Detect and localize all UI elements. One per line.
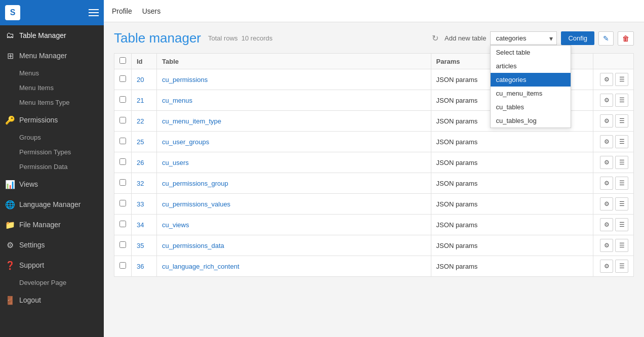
row-settings-button[interactable]: ⚙ (600, 94, 613, 107)
row-settings-button[interactable]: ⚙ (600, 218, 613, 231)
table-link[interactable]: cu_permissions_group (162, 180, 228, 187)
table-link[interactable]: cu_views (162, 221, 189, 229)
row-checkbox-cell (114, 90, 132, 111)
config-button[interactable]: Config (561, 31, 594, 45)
permissions-label: Permissions (19, 116, 58, 124)
row-list-button[interactable]: ☰ (615, 177, 628, 190)
refresh-button[interactable]: ↻ (430, 31, 440, 45)
row-actions: ⚙ ☰ (598, 73, 628, 86)
row-actions-cell: ⚙ ☰ (593, 111, 634, 132)
row-settings-button[interactable]: ⚙ (600, 239, 613, 252)
dropdown-option-articles[interactable]: articles (491, 59, 571, 73)
row-actions-cell: ⚙ ☰ (593, 132, 634, 152)
total-rows: Total rows 10 records (208, 34, 272, 42)
row-list-button[interactable]: ☰ (615, 239, 628, 252)
table-link[interactable]: cu_language_rich_content (162, 263, 239, 270)
row-actions-cell: ⚙ ☰ (593, 235, 634, 256)
dropdown-option-cu-menu-items[interactable]: cu_menu_items (491, 87, 571, 100)
row-list-button[interactable]: ☰ (615, 94, 628, 107)
table-row: 26 cu_users JSON params ⚙ ☰ (114, 152, 634, 173)
row-settings-button[interactable]: ⚙ (600, 260, 613, 273)
sidebar-item-permissions[interactable]: 🔑 Permissions (0, 110, 104, 130)
row-checkbox[interactable] (119, 221, 126, 227)
sidebar-sub-menus[interactable]: Menus (0, 66, 104, 80)
row-list-button[interactable]: ☰ (615, 114, 628, 128)
nav-profile[interactable]: Profile (112, 5, 132, 17)
dropdown-option-categories[interactable]: categories (491, 73, 571, 87)
dropdown-option-cu-tables[interactable]: cu_tables (491, 100, 571, 114)
table-link[interactable]: cu_users (162, 159, 189, 166)
row-params: JSON params (431, 235, 593, 256)
support-label: Support (19, 261, 44, 269)
table-link[interactable]: cu_permissions_data (162, 242, 224, 249)
row-checkbox[interactable] (119, 262, 126, 269)
sidebar-item-views[interactable]: 📊 Views (0, 174, 104, 194)
row-checkbox[interactable] (119, 138, 126, 144)
row-settings-button[interactable]: ⚙ (600, 114, 613, 128)
row-checkbox[interactable] (119, 200, 126, 206)
row-checkbox[interactable] (119, 179, 126, 186)
views-icon: 📊 (5, 179, 15, 189)
sidebar-item-settings[interactable]: ⚙ Settings (0, 235, 104, 255)
row-settings-button[interactable]: ⚙ (600, 135, 613, 148)
table-link[interactable]: cu_menus (162, 97, 192, 104)
language-manager-icon: 🌐 (5, 199, 15, 209)
row-list-button[interactable]: ☰ (615, 156, 628, 169)
select-table-dropdown[interactable]: Select table articles categories cu_menu… (490, 31, 557, 45)
select-all-checkbox[interactable] (119, 57, 126, 64)
row-settings-button[interactable]: ⚙ (600, 177, 613, 190)
table-link[interactable]: cu_permissions (162, 76, 208, 83)
sidebar-sub-developer-page[interactable]: Developer Page (0, 275, 104, 290)
row-settings-button[interactable]: ⚙ (600, 73, 613, 86)
dropdown-option-select-table[interactable]: Select table (491, 46, 571, 59)
row-list-button[interactable]: ☰ (615, 73, 628, 86)
delete-button[interactable]: 🗑 (618, 31, 634, 46)
nav-users[interactable]: Users (142, 5, 161, 17)
row-settings-button[interactable]: ⚙ (600, 197, 613, 210)
row-list-button[interactable]: ☰ (615, 135, 628, 148)
row-list-button[interactable]: ☰ (615, 218, 628, 231)
sidebar-sub-menu-items[interactable]: Menu Items (0, 80, 104, 95)
th-id: Id (132, 54, 157, 69)
th-table: Table (157, 54, 431, 69)
file-manager-icon: 📁 (5, 220, 15, 230)
edit-button[interactable]: ✎ (598, 31, 614, 46)
row-checkbox[interactable] (119, 117, 126, 123)
row-checkbox[interactable] (119, 241, 126, 248)
row-checkbox-cell (114, 173, 132, 194)
row-checkbox-cell (114, 111, 132, 132)
hamburger-icon[interactable] (89, 9, 99, 16)
row-actions-cell: ⚙ ☰ (593, 256, 634, 277)
add-new-label: Add new table (445, 34, 486, 42)
sidebar-item-menu-manager[interactable]: ⊞ Menu Manager (0, 46, 104, 66)
sidebar-sub-permission-data[interactable]: Permission Data (0, 159, 104, 174)
dropdown-option-cu-tables-log[interactable]: cu_tables_log (491, 114, 571, 128)
table-row: 34 cu_views JSON params ⚙ ☰ (114, 215, 634, 235)
table-link[interactable]: cu_permissions_values (162, 200, 230, 208)
row-actions-cell: ⚙ ☰ (593, 152, 634, 173)
row-checkbox[interactable] (119, 158, 126, 165)
sidebar-item-table-manager[interactable]: 🗂 Table Manager (0, 25, 104, 46)
table-link[interactable]: cu_menu_item_type (162, 117, 221, 125)
row-settings-button[interactable]: ⚙ (600, 156, 613, 169)
table-link[interactable]: cu_user_groups (162, 138, 209, 146)
sidebar-item-support[interactable]: ❓ Support (0, 255, 104, 275)
menu-manager-icon: ⊞ (5, 51, 15, 61)
sidebar-sub-groups[interactable]: Groups (0, 130, 104, 145)
content-area: Table manager Total rows 10 records ↻ Ad… (104, 22, 644, 337)
sidebar-sub-menu-items-type[interactable]: Menu Items Type (0, 95, 104, 110)
row-actions-cell: ⚙ ☰ (593, 194, 634, 215)
select-table-wrapper: Select table articles categories cu_menu… (490, 31, 557, 45)
row-list-button[interactable]: ☰ (615, 260, 628, 273)
sidebar-item-language-manager[interactable]: 🌐 Language Manager (0, 194, 104, 215)
row-checkbox[interactable] (119, 96, 126, 103)
row-list-button[interactable]: ☰ (615, 197, 628, 210)
table-manager-icon: 🗂 (5, 30, 15, 40)
sidebar-sub-permission-types[interactable]: Permission Types (0, 145, 104, 159)
row-actions-cell: ⚙ ☰ (593, 90, 634, 111)
row-table: cu_permissions_values (157, 194, 431, 215)
row-actions: ⚙ ☰ (598, 177, 628, 190)
row-checkbox[interactable] (119, 75, 126, 82)
sidebar-item-logout[interactable]: 🚪 Logout (0, 290, 104, 310)
sidebar-item-file-manager[interactable]: 📁 File Manager (0, 215, 104, 235)
